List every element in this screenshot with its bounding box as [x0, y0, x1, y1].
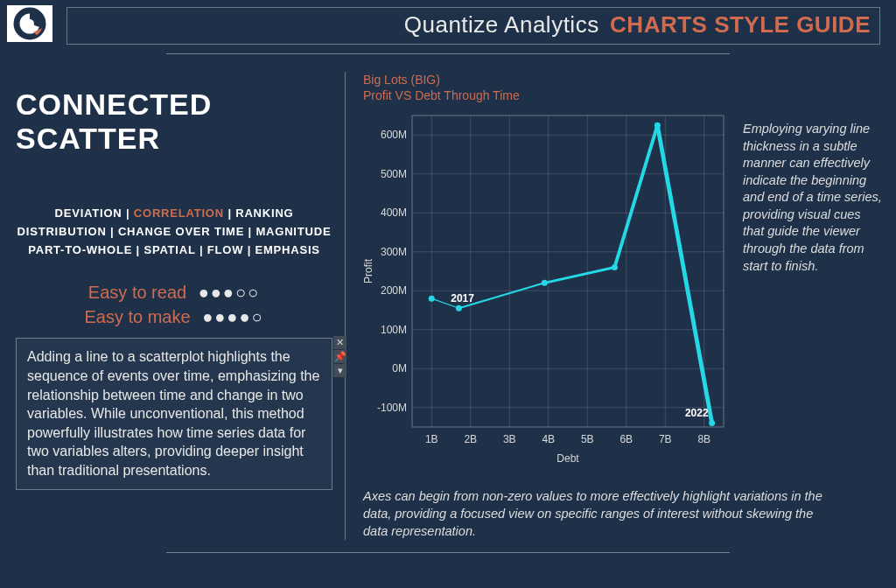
svg-point-48 [709, 420, 715, 426]
svg-point-1 [25, 19, 34, 28]
svg-point-46 [612, 264, 618, 270]
vertical-divider [345, 72, 346, 540]
svg-line-39 [544, 268, 614, 284]
svg-point-45 [542, 280, 548, 286]
description-text: Adding a line to a scatterplot highlight… [27, 349, 319, 478]
svg-text:100M: 100M [381, 324, 407, 336]
bottom-annotation: Axes can begin from non-zero values to m… [358, 474, 884, 540]
svg-text:2B: 2B [464, 433, 477, 445]
svg-text:400M: 400M [381, 207, 407, 220]
svg-text:0M: 0M [392, 363, 407, 375]
category-magnitude[interactable]: MAGNITUDE [256, 225, 331, 238]
svg-point-44 [456, 305, 462, 312]
category-part-to-whole[interactable]: PART-TO-WHOLE [28, 243, 132, 256]
svg-text:7B: 7B [659, 433, 672, 445]
svg-text:8B: 8B [697, 433, 710, 445]
svg-text:1B: 1B [425, 433, 438, 445]
svg-text:Debt: Debt [556, 452, 579, 465]
category-distribution[interactable]: DISTRIBUTION [18, 225, 107, 238]
category-change-over-time[interactable]: CHANGE OVER TIME [118, 225, 244, 238]
svg-rect-34 [412, 116, 724, 427]
svg-text:-100M: -100M [377, 402, 407, 414]
svg-text:Profit: Profit [362, 259, 374, 284]
svg-text:600M: 600M [381, 130, 407, 142]
brand-name: Quantize Analytics [404, 11, 599, 38]
footer-divider [166, 552, 730, 553]
close-icon[interactable]: ✕ [333, 336, 346, 349]
svg-line-40 [614, 126, 657, 268]
category-list: DEVIATION | CORRELATION | RANKINGDISTRIB… [16, 205, 332, 259]
collapse-icon[interactable]: ▾ [333, 364, 346, 377]
category-spatial[interactable]: SPATIAL [144, 243, 195, 256]
svg-text:2022: 2022 [685, 407, 709, 419]
description-box: Adding a line to a scatterplot highlight… [16, 338, 332, 489]
svg-point-42 [429, 296, 435, 302]
category-deviation[interactable]: DEVIATION [55, 206, 122, 220]
category-flow[interactable]: FLOW [207, 243, 243, 256]
page-title: CONNECTED SCATTER [16, 88, 332, 156]
svg-text:3B: 3B [503, 433, 516, 445]
svg-text:200M: 200M [381, 285, 407, 298]
chart-title: Big Lots (BIG) Profit VS Debt Through Ti… [363, 72, 734, 103]
ratings: Easy to read ●●●○○Easy to make ●●●●○ [16, 280, 332, 329]
rating-row: Easy to read ●●●○○ [16, 280, 332, 304]
category-ranking[interactable]: RANKING [235, 206, 293, 220]
guide-name: CHARTS STYLE GUIDE [610, 11, 871, 38]
svg-point-47 [654, 122, 661, 129]
rating-row: Easy to make ●●●●○ [16, 304, 332, 329]
category-correlation[interactable]: CORRELATION [134, 206, 224, 220]
pin-icon[interactable]: 📌 [333, 350, 346, 363]
connected-scatter-chart: -100M0M100M200M300M400M500M600M1B2B3B4B5… [358, 107, 734, 474]
svg-text:5B: 5B [581, 433, 594, 445]
svg-text:300M: 300M [381, 246, 407, 258]
side-annotation: Employing varying line thickness in a su… [734, 72, 884, 474]
svg-text:2017: 2017 [451, 293, 474, 305]
svg-text:6B: 6B [620, 433, 633, 445]
svg-text:4B: 4B [542, 433, 555, 445]
logo [7, 5, 52, 42]
header-title: Quantize Analytics CHARTS STYLE GUIDE [66, 7, 880, 45]
category-emphasis[interactable]: EMPHASIS [255, 243, 319, 256]
svg-text:500M: 500M [381, 168, 407, 180]
